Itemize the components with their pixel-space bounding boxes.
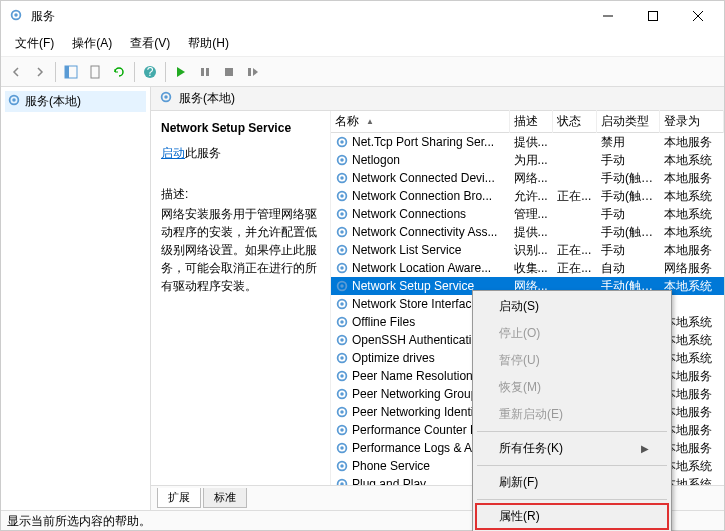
svg-point-52 <box>340 429 344 433</box>
gear-icon <box>335 171 349 186</box>
tab-standard[interactable]: 标准 <box>203 488 247 508</box>
service-name: Network Location Aware... <box>352 261 491 275</box>
svg-point-34 <box>340 267 344 271</box>
service-start: 手动(触发... <box>597 188 661 205</box>
gear-icon <box>335 261 349 276</box>
col-header-status[interactable]: 状态 <box>553 110 597 133</box>
service-logon: 本地服务 <box>660 170 724 187</box>
svg-point-38 <box>340 303 344 307</box>
service-name: Plug and Play <box>352 477 426 485</box>
svg-point-50 <box>340 411 344 415</box>
col-header-start[interactable]: 启动类型 <box>597 110 661 133</box>
cm-refresh[interactable]: 刷新(F) <box>475 469 669 496</box>
gear-icon <box>7 93 21 110</box>
service-start: 禁用 <box>597 134 661 151</box>
stop-service-button[interactable] <box>218 61 240 83</box>
app-icon <box>9 8 25 24</box>
minimize-button[interactable] <box>585 1 630 31</box>
menubar: 文件(F) 操作(A) 查看(V) 帮助(H) <box>1 31 724 57</box>
gear-icon <box>335 297 349 312</box>
svg-point-36 <box>340 285 344 289</box>
tree-node-services-local[interactable]: 服务(本地) <box>5 91 146 112</box>
svg-rect-14 <box>248 68 251 76</box>
service-name: Network Connected Devi... <box>352 171 495 185</box>
gear-icon <box>335 207 349 222</box>
service-name: Network Connections <box>352 207 466 221</box>
service-row[interactable]: Netlogon为用...手动本地系统 <box>331 151 724 169</box>
cm-separator <box>477 465 667 466</box>
refresh-button[interactable] <box>108 61 130 83</box>
cm-properties[interactable]: 属性(R) <box>475 503 669 530</box>
cm-resume: 恢复(M) <box>475 374 669 401</box>
service-desc: 识别... <box>510 242 554 259</box>
sort-asc-icon: ▲ <box>366 117 374 126</box>
list-heading-label: 服务(本地) <box>179 90 235 107</box>
restart-service-button[interactable] <box>242 61 264 83</box>
tab-extended[interactable]: 扩展 <box>157 488 201 508</box>
svg-point-58 <box>340 483 344 485</box>
start-link-suffix: 此服务 <box>185 146 221 160</box>
service-desc: 允许... <box>510 188 554 205</box>
col-header-logon[interactable]: 登录为 <box>660 110 724 133</box>
service-row[interactable]: Network Connected Devi...网络...手动(触发...本地… <box>331 169 724 187</box>
svg-point-18 <box>164 95 168 99</box>
service-row[interactable]: Network List Service识别...正在...手动本地服务 <box>331 241 724 259</box>
gear-icon <box>335 333 349 348</box>
service-desc: 提供... <box>510 134 554 151</box>
start-service-button[interactable] <box>170 61 192 83</box>
svg-point-42 <box>340 339 344 343</box>
svg-rect-13 <box>225 68 233 76</box>
gear-icon <box>335 369 349 384</box>
forward-button[interactable] <box>29 61 51 83</box>
service-name: Peer Networking Groupi... <box>352 387 490 401</box>
service-row[interactable]: Network Connections管理...手动本地系统 <box>331 205 724 223</box>
start-link[interactable]: 启动 <box>161 146 185 160</box>
svg-point-48 <box>340 393 344 397</box>
service-name: Network Connectivity Ass... <box>352 225 497 239</box>
col-header-name[interactable]: 名称▲ <box>331 110 510 133</box>
menu-view[interactable]: 查看(V) <box>122 33 178 54</box>
toolbar: ? <box>1 57 724 87</box>
gear-icon <box>335 423 349 438</box>
service-desc: 提供... <box>510 224 554 241</box>
service-status: 正在... <box>553 260 597 277</box>
service-row[interactable]: Net.Tcp Port Sharing Ser...提供...禁用本地服务 <box>331 133 724 151</box>
close-button[interactable] <box>675 1 720 31</box>
svg-point-16 <box>12 98 16 102</box>
service-row[interactable]: Network Connection Bro...允许...正在...手动(触发… <box>331 187 724 205</box>
titlebar: 服务 <box>1 1 724 31</box>
detail-action: 启动此服务 <box>161 145 320 162</box>
svg-point-56 <box>340 465 344 469</box>
service-row[interactable]: Network Location Aware...收集...正在...自动网络服… <box>331 259 724 277</box>
menu-help[interactable]: 帮助(H) <box>180 33 237 54</box>
menu-file[interactable]: 文件(F) <box>7 33 62 54</box>
menu-action[interactable]: 操作(A) <box>64 33 120 54</box>
service-logon: 网络服务 <box>660 260 724 277</box>
svg-point-20 <box>340 141 344 145</box>
tree-pane: 服务(本地) <box>1 87 151 510</box>
service-start: 手动 <box>597 152 661 169</box>
col-header-desc[interactable]: 描述 <box>510 110 554 133</box>
cm-separator <box>477 499 667 500</box>
svg-rect-3 <box>648 12 657 21</box>
gear-icon <box>335 405 349 420</box>
window-title: 服务 <box>31 8 585 25</box>
service-logon: 本地系统 <box>660 152 724 169</box>
gear-icon <box>335 279 349 294</box>
export-button[interactable] <box>84 61 106 83</box>
svg-rect-11 <box>201 68 204 76</box>
service-start: 手动 <box>597 242 661 259</box>
show-hide-button[interactable] <box>60 61 82 83</box>
back-button[interactable] <box>5 61 27 83</box>
pause-service-button[interactable] <box>194 61 216 83</box>
maximize-button[interactable] <box>630 1 675 31</box>
svg-text:?: ? <box>147 65 154 79</box>
service-row[interactable]: Network Connectivity Ass...提供...手动(触发...… <box>331 223 724 241</box>
cm-start[interactable]: 启动(S) <box>475 293 669 320</box>
cm-all-tasks[interactable]: 所有任务(K)▶ <box>475 435 669 462</box>
cm-separator <box>477 431 667 432</box>
gear-icon <box>335 441 349 456</box>
gear-icon <box>335 189 349 204</box>
list-header: 名称▲ 描述 状态 启动类型 登录为 <box>331 111 724 133</box>
help-button[interactable]: ? <box>139 61 161 83</box>
